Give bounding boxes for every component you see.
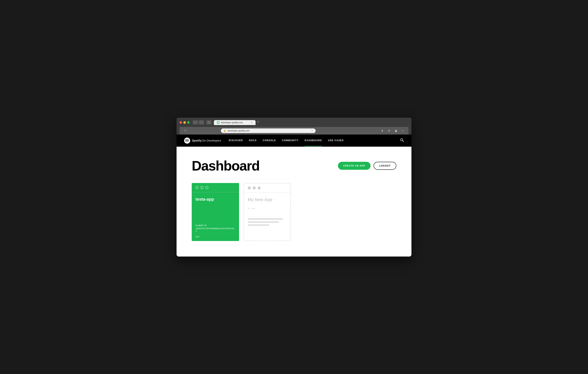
cursor-line: [251, 208, 255, 209]
create-app-button[interactable]: CREATE AN APP: [338, 162, 370, 170]
nav-link-docs[interactable]: DOCS: [249, 135, 257, 146]
toolbar-right-buttons: ⬇ ⬆ ▣ +: [380, 129, 405, 133]
browser-window: ‹ › ☷ developer.spotify.com ✕ + 🛡 🔒 deve…: [177, 118, 411, 256]
dashboard-title: Dashboard: [192, 158, 260, 173]
tab-title-text: developer.spotify.com: [221, 121, 249, 124]
site-content: Spotify.for Developers DISCOVER DOCS CON…: [177, 135, 411, 256]
ghost-app-name: My New App: [248, 197, 287, 202]
client-id-label: CLIENT ID: [196, 224, 235, 227]
address-bar[interactable]: 🔒 developer.spotify.com ✕: [221, 128, 315, 133]
search-icon[interactable]: [400, 138, 404, 143]
ghost-dot-1: [248, 186, 251, 190]
card-dot-2: [200, 186, 203, 189]
svg-line-3: [403, 140, 404, 142]
minimize-window-button[interactable]: [183, 121, 186, 124]
app-tag: test: [196, 235, 235, 238]
close-window-button[interactable]: [179, 121, 182, 124]
browser-titlebar: ‹ › ☷ developer.spotify.com ✕ +: [179, 120, 409, 125]
lock-icon: 🔒: [223, 129, 226, 132]
svg-point-0: [218, 122, 219, 123]
shield-icon: 🛡: [183, 129, 188, 132]
header-action-buttons: CREATE AN APP LOGOUT: [338, 162, 396, 170]
ghost-content-lines: [244, 215, 291, 229]
browser-toolbar: 🛡 🔒 developer.spotify.com ✕ ⬇ ⬆ ▣ +: [179, 127, 409, 135]
cursor-chevron: >: [248, 207, 250, 211]
nav-link-discover[interactable]: DISCOVER: [229, 135, 243, 146]
new-window-button[interactable]: +: [400, 129, 405, 133]
app-card-body: testa-app: [192, 192, 239, 222]
ghost-dot-3: [258, 186, 261, 190]
ghost-card-header: [244, 183, 291, 193]
nav-link-console[interactable]: CONSOLE: [263, 135, 276, 146]
tab-close-button[interactable]: ✕: [251, 121, 252, 124]
spotify-logo-icon: [184, 138, 190, 144]
app-name: testa-app: [196, 197, 235, 202]
new-tab-button[interactable]: +: [257, 120, 259, 125]
traffic-lights: [179, 121, 190, 124]
card-dot-3: [205, 186, 208, 189]
spotify-navbar: Spotify.for Developers DISCOVER DOCS CON…: [177, 135, 411, 147]
spotify-logo[interactable]: Spotify.for Developers: [184, 138, 221, 144]
ghost-cursor: >: [248, 207, 287, 211]
browser-chrome: ‹ › ☷ developer.spotify.com ✕ + 🛡 🔒 deve…: [177, 118, 411, 135]
app-card-header: [192, 183, 239, 192]
tab-favicon-icon: [217, 121, 220, 124]
tab-bar: developer.spotify.com ✕ +: [214, 120, 409, 125]
download-icon[interactable]: ⬇: [380, 129, 385, 133]
app-card-ghost[interactable]: My New App >: [244, 183, 291, 241]
nav-link-dashboard[interactable]: DASHBOARD: [304, 135, 322, 146]
share-icon[interactable]: ⬆: [387, 129, 392, 133]
maximize-window-button[interactable]: [187, 121, 190, 124]
tab-grid-button[interactable]: ☷: [206, 120, 212, 125]
forward-button[interactable]: ›: [199, 120, 204, 125]
spotify-brand-text: Spotify.for Developers: [192, 139, 221, 142]
dashboard-header: Dashboard CREATE AN APP LOGOUT: [192, 158, 396, 173]
app-card-footer: CLIENT ID 14e9375c76f54458bb4e7a53fd5176…: [192, 222, 239, 241]
ghost-dot-2: [253, 186, 256, 190]
ghost-line-2: [248, 221, 279, 223]
card-dot-1: [196, 186, 199, 189]
client-id-value: 14e9375c76f54458bb4e7a53fd517622: [196, 227, 235, 232]
ghost-line-3: [248, 224, 269, 226]
browser-nav-buttons: ‹ ›: [193, 120, 204, 125]
ghost-card-body: My New App >: [244, 193, 291, 215]
apps-grid: testa-app CLIENT ID 14e9375c76f54458bb4e…: [192, 183, 396, 241]
logout-button[interactable]: LOGOUT: [374, 162, 396, 170]
back-button[interactable]: ‹: [193, 120, 198, 125]
nav-link-community[interactable]: COMMUNITY: [282, 135, 299, 146]
ghost-line-1: [248, 218, 283, 220]
url-text: developer.spotify.com: [228, 129, 250, 132]
app-card-testa-app[interactable]: testa-app CLIENT ID 14e9375c76f54458bb4e…: [192, 183, 239, 241]
nav-link-use-cases[interactable]: USE CASES: [328, 135, 344, 146]
clear-url-button[interactable]: ✕: [311, 129, 313, 132]
active-tab[interactable]: developer.spotify.com ✕: [214, 120, 256, 125]
dashboard-main: Dashboard CREATE AN APP LOGOUT testa-: [177, 147, 411, 256]
sidebar-icon[interactable]: ▣: [393, 129, 399, 133]
nav-links: DISCOVER DOCS CONSOLE COMMUNITY DASHBOAR…: [229, 135, 400, 146]
